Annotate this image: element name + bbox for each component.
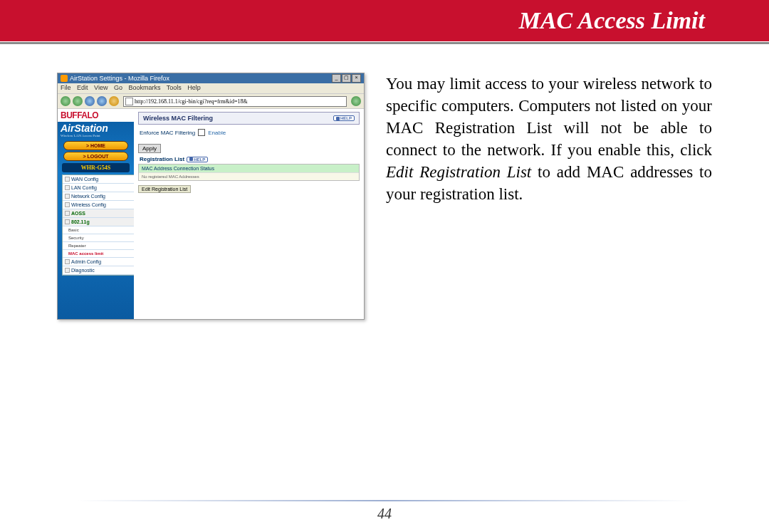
- go-icon[interactable]: [351, 96, 361, 106]
- close-icon[interactable]: ×: [352, 74, 361, 83]
- router-sidebar: BUFFALO AirStation Wireless LAN Access P…: [58, 109, 134, 320]
- page-icon: [125, 98, 133, 105]
- sidebar-menu: WAN Config LAN Config Network Config Wir…: [62, 174, 134, 276]
- logout-button[interactable]: > LOGOUT: [63, 152, 128, 161]
- menu-help[interactable]: Help: [187, 84, 201, 91]
- menu-view[interactable]: View: [94, 84, 108, 91]
- reload-icon[interactable]: [85, 96, 95, 106]
- maximize-icon[interactable]: ▢: [342, 74, 351, 83]
- registration-table: MAC Address Connection Status No registe…: [138, 164, 360, 181]
- menu-tools[interactable]: Tools: [167, 84, 182, 91]
- minimize-icon[interactable]: _: [332, 74, 341, 83]
- stop-icon[interactable]: [97, 96, 107, 106]
- footer-divider: [43, 500, 726, 501]
- explain-part1: You may limit access to your wireless ne…: [386, 75, 712, 159]
- panel-header: Wireless MAC Filtering HELP: [138, 112, 360, 125]
- window-controls: _ ▢ ×: [332, 74, 361, 83]
- sidebar-item-wireless[interactable]: Wireless Config: [63, 201, 134, 209]
- home-icon[interactable]: [109, 96, 119, 106]
- browser-toolbar: http://192.168.11.1/cgi-bin/cgi?req=frm&…: [58, 94, 364, 109]
- reg-table-header: MAC Address Connection Status: [139, 165, 359, 172]
- menu-edit[interactable]: Edit: [77, 84, 88, 91]
- sidebar-sub-basic[interactable]: Basic: [63, 226, 134, 234]
- product-name: AirStation: [58, 122, 134, 134]
- menu-go[interactable]: Go: [114, 84, 122, 91]
- browser-title: AirStation Settings - Mozilla Firefox: [61, 75, 169, 82]
- browser-menubar: File Edit View Go Bookmarks Tools Help: [58, 83, 364, 94]
- url-text: http://192.168.11.1/cgi-bin/cgi?req=frm&…: [135, 98, 248, 105]
- page-number: 44: [0, 506, 769, 522]
- sidebar-item-admin[interactable]: Admin Config: [63, 258, 134, 266]
- panel-title: Wireless MAC Filtering: [143, 115, 213, 122]
- sidebar-item-wan[interactable]: WAN Config: [63, 175, 134, 184]
- page-footer: 44: [0, 500, 769, 522]
- back-icon[interactable]: [61, 96, 70, 106]
- enable-label: Enable: [208, 130, 226, 136]
- model-badge: WHR-G54S: [62, 163, 130, 172]
- sidebar-group-aoss[interactable]: AOSS: [63, 209, 134, 218]
- enable-checkbox[interactable]: [198, 129, 205, 136]
- help-button[interactable]: HELP: [333, 115, 355, 121]
- page-body: BUFFALO AirStation Wireless LAN Access P…: [58, 109, 364, 320]
- help-button-2[interactable]: HELP: [187, 157, 208, 162]
- explanation-text: You may limit access to your wireless ne…: [386, 73, 712, 320]
- browser-titlebar: AirStation Settings - Mozilla Firefox _ …: [58, 73, 364, 83]
- sidebar-sub-repeater[interactable]: Repeater: [63, 242, 134, 250]
- sidebar-group-80211g[interactable]: 802.11g: [63, 218, 134, 226]
- header-bar: MAC Access Limit: [0, 0, 769, 41]
- enforce-row: Enforce MAC Filtering Enable: [138, 125, 360, 140]
- brand-logo: BUFFALO: [58, 109, 134, 122]
- content-area: AirStation Settings - Mozilla Firefox _ …: [0, 44, 769, 320]
- enforce-label: Enforce MAC Filtering: [140, 130, 195, 136]
- sidebar-item-mac-access[interactable]: MAC access limit: [63, 250, 134, 258]
- home-button[interactable]: > HOME: [63, 141, 128, 150]
- menu-bookmarks[interactable]: Bookmarks: [128, 84, 160, 91]
- product-subtitle: Wireless LAN Access Point: [58, 134, 134, 140]
- sidebar-item-lan[interactable]: LAN Config: [63, 184, 134, 192]
- explain-emphasis: Edit Registration List: [386, 163, 531, 181]
- registration-title: Registration List HELP: [138, 153, 360, 164]
- apply-button[interactable]: Apply: [138, 144, 161, 153]
- sidebar-sub-security[interactable]: Security: [63, 234, 134, 242]
- edit-registration-button[interactable]: Edit Registration List: [138, 185, 191, 193]
- router-screenshot: AirStation Settings - Mozilla Firefox _ …: [57, 73, 365, 320]
- main-panel: Wireless MAC Filtering HELP Enforce MAC …: [134, 109, 364, 320]
- menu-file[interactable]: File: [61, 84, 71, 91]
- forward-icon[interactable]: [73, 96, 83, 106]
- sidebar-item-network[interactable]: Network Config: [63, 192, 134, 201]
- page-title: MAC Access Limit: [519, 7, 705, 34]
- address-bar[interactable]: http://192.168.11.1/cgi-bin/cgi?req=frm&…: [123, 96, 347, 107]
- sidebar-item-diagnostic[interactable]: Diagnostic: [63, 266, 134, 275]
- reg-table-empty: No registered MAC Addresses: [139, 172, 359, 180]
